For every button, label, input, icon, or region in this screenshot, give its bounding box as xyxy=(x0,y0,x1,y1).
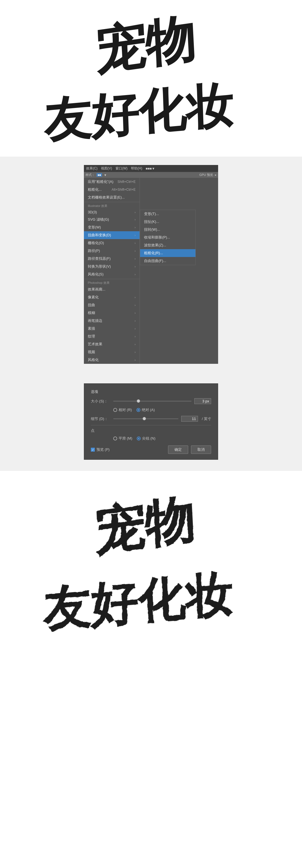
submenu-ripple[interactable]: 波纹效果(Z)... xyxy=(140,241,195,249)
panel-close-icon[interactable]: × xyxy=(215,174,216,177)
radio-smooth[interactable]: 平滑 (M) xyxy=(113,436,132,441)
menu-roughen[interactable]: 粗糙化... Alt+Shift+Ctrl+E xyxy=(84,186,140,193)
menu-stylize-label: 风格化(S) xyxy=(88,272,103,277)
menu-distort[interactable]: 扭曲 › xyxy=(84,301,140,309)
menu-brush-stroke[interactable]: 画笔描边 › xyxy=(84,317,140,325)
radio-smooth-label: 平滑 (M) xyxy=(119,436,132,441)
menu-apply-roughen[interactable]: 应用"粗糙化"(A) Shift+Ctrl+E xyxy=(84,178,140,186)
submenu-pucker-bloat-label: 收缩和膨胀(P)... xyxy=(144,235,170,240)
radio-sharp[interactable]: 尖锐 (N) xyxy=(137,436,155,441)
dialog-options-title: 选项 xyxy=(91,389,211,394)
panel-style-label: 样式： xyxy=(86,173,95,177)
menu-sketch[interactable]: 素描 › xyxy=(84,325,140,333)
menu-separator-2 xyxy=(84,279,140,279)
menu-video-arrow: › xyxy=(134,350,135,354)
menu-brush-stroke-label: 画笔描边 xyxy=(88,318,102,323)
dialog-size-slider-container: 3 px xyxy=(113,398,211,404)
menu-pathfinder-arrow: › xyxy=(134,257,135,260)
menu-apply-roughen-shortcut: Shift+Ctrl+E xyxy=(117,180,135,184)
menu-rasterize[interactable]: 栅格化(O) › xyxy=(84,239,140,247)
btn-cancel[interactable]: 取消 xyxy=(191,445,211,454)
menu-artistic-arrow: › xyxy=(134,343,135,346)
menu-pathfinder[interactable]: 路径查找器(F) › xyxy=(84,255,140,262)
menu-warp-label: 变形(W) xyxy=(88,225,101,230)
menu-stylize-ps-arrow: › xyxy=(134,358,135,362)
dialog-point-radio-group: 平滑 (M) 尖锐 (N) xyxy=(113,436,211,441)
menu-distort-transform-arrow: › xyxy=(134,234,135,237)
dialog-detail-slider-container: 11 / 英寸 xyxy=(113,416,211,422)
submenu-free-distort[interactable]: 自由扭曲(F)... xyxy=(140,257,195,265)
dialog-size-thumb[interactable] xyxy=(137,399,140,403)
radio-absolute[interactable]: 绝对 (A) xyxy=(137,407,155,412)
dialog-detail-thumb[interactable] xyxy=(143,417,146,420)
menu-blur-label: 模糊 xyxy=(88,310,95,315)
dialog-preview-checkbox-row: ✓ 预览 (P) xyxy=(91,447,110,452)
dialog-divider xyxy=(91,425,211,425)
menu-topbar-window[interactable]: 窗口(W) xyxy=(116,166,127,171)
menu-convert-shape[interactable]: 转换为形状(V) › xyxy=(84,262,140,271)
menu-texture-arrow: › xyxy=(134,335,135,338)
submenu-pucker-bloat[interactable]: 收缩和膨胀(P)... xyxy=(140,234,195,241)
radio-relative-circle xyxy=(113,408,117,412)
submenu-roughen-label: 粗糙化(R)... xyxy=(144,251,163,256)
menu-svg-filter-arrow: › xyxy=(134,218,135,221)
menu-blur-arrow: › xyxy=(134,311,135,315)
submenu-twist[interactable]: 扭转(W)... xyxy=(140,226,195,234)
menu-stylize[interactable]: 风格化(S) › xyxy=(84,271,140,278)
menu-topbar-help[interactable]: 帮助(H) xyxy=(131,166,142,171)
menu-doc-raster[interactable]: 文档栅格效果设置(E)... xyxy=(84,193,140,202)
menu-topbar-effect[interactable]: 效果(C) xyxy=(86,166,98,171)
btn-ok[interactable]: 确定 xyxy=(168,445,188,454)
menu-effect-gallery-label: 效果画廊... xyxy=(88,287,105,292)
menu-roughen-label: 粗糙化... xyxy=(88,187,102,192)
menu-3d-label: 3D(3) xyxy=(88,210,97,214)
menu-left-panel: 应用"粗糙化"(A) Shift+Ctrl+E 粗糙化... Alt+Shift… xyxy=(84,178,140,364)
radio-relative[interactable]: 相对 (R) xyxy=(113,407,132,412)
menu-convert-shape-label: 转换为形状(V) xyxy=(88,264,111,269)
top-calligraphy-section: 宠物 友好化妆 xyxy=(0,0,302,157)
menu-stylize-ps[interactable]: 风格化 › xyxy=(84,356,140,364)
menu-blur[interactable]: 模糊 › xyxy=(84,309,140,317)
bottom-calligraphy-section: 宠物 友好化妆 xyxy=(0,471,302,666)
menu-roughen-shortcut: Alt+Shift+Ctrl+E xyxy=(112,188,135,191)
menu-distort-transform-label: 扭曲和变换(D) xyxy=(88,232,111,238)
menu-warp[interactable]: 变形(W) › xyxy=(84,223,140,231)
dialog-point-title: 点 xyxy=(91,428,211,433)
menu-video-label: 视频 xyxy=(88,349,95,354)
menu-topbar-more[interactable]: ■■■▼ xyxy=(146,167,155,170)
menu-path[interactable]: 路径(P) › xyxy=(84,247,140,255)
submenu-warp[interactable]: 变形(T)... xyxy=(140,210,195,218)
menu-svg-filter[interactable]: SVG 滤镜(G) › xyxy=(84,216,140,223)
dialog-detail-row: 细节 (D)： 11 / 英寸 xyxy=(91,416,211,422)
submenu-roughen[interactable]: 粗糙化(R)... xyxy=(140,249,195,257)
menu-3d[interactable]: 3D(3) › xyxy=(84,209,140,216)
dialog-footer: ✓ 预览 (P) 确定 取消 xyxy=(91,445,211,454)
panel-gpu-label: GPU 预览 xyxy=(200,173,213,177)
dialog-size-value[interactable]: 3 px xyxy=(194,398,211,404)
submenu-ripple-label: 波纹效果(Z)... xyxy=(144,243,166,248)
menu-separator-1 xyxy=(84,202,140,202)
menu-texture[interactable]: 纹理 › xyxy=(84,333,140,340)
menu-topbar-view[interactable]: 视图(V) xyxy=(101,166,112,171)
menu-path-arrow: › xyxy=(134,249,135,252)
radio-absolute-circle xyxy=(137,408,140,412)
dialog-detail-track[interactable] xyxy=(113,418,178,419)
menu-pathfinder-label: 路径查找器(F) xyxy=(88,256,111,261)
submenu-twist-label: 扭转(W)... xyxy=(144,227,160,232)
menu-distort-transform[interactable]: 扭曲和变换(D) › xyxy=(84,231,140,239)
dialog-detail-label: 细节 (D)： xyxy=(91,416,113,422)
menu-pixelate[interactable]: 像素化 › xyxy=(84,293,140,301)
svg-text:宠物: 宠物 xyxy=(93,491,196,561)
dialog-size-track[interactable] xyxy=(113,401,191,402)
top-calligraphy-svg: 宠物 友好化妆 xyxy=(25,6,277,151)
menu-texture-label: 纹理 xyxy=(88,334,95,339)
menu-artistic[interactable]: 艺术效果 › xyxy=(84,340,140,348)
menu-effect-gallery[interactable]: 效果画廊... xyxy=(84,285,140,293)
dialog-size-label: 大小 (S)： xyxy=(91,399,113,404)
menu-3d-arrow: › xyxy=(134,211,135,214)
submenu-tweak[interactable]: 扭扯(K)... xyxy=(140,218,195,226)
dialog-detail-value[interactable]: 11 xyxy=(181,416,198,422)
preview-checkbox[interactable]: ✓ xyxy=(91,448,95,452)
panel-dropdown-icon[interactable]: ▼ xyxy=(104,174,107,177)
menu-video[interactable]: 视频 › xyxy=(84,348,140,356)
